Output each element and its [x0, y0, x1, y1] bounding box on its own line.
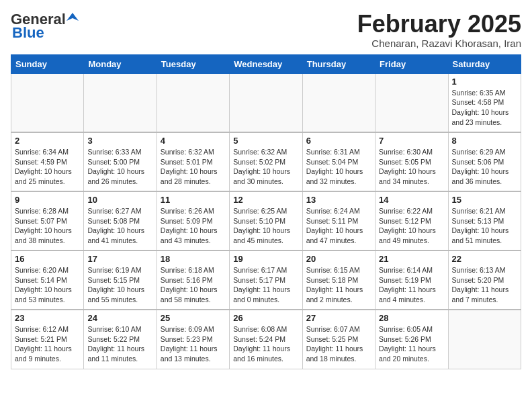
calendar-cell: 23Sunrise: 6:12 AM Sunset: 5:21 PM Dayli… — [11, 310, 84, 369]
day-info: Sunrise: 6:22 AM Sunset: 5:12 PM Dayligh… — [379, 206, 444, 246]
day-number: 27 — [306, 313, 371, 323]
calendar-cell: 24Sunrise: 6:10 AM Sunset: 5:22 PM Dayli… — [84, 310, 157, 369]
day-number: 20 — [306, 254, 371, 264]
calendar-cell — [302, 73, 375, 132]
calendar-week-row-2: 9Sunrise: 6:28 AM Sunset: 5:07 PM Daylig… — [11, 191, 521, 250]
calendar-cell: 4Sunrise: 6:32 AM Sunset: 5:01 PM Daylig… — [157, 132, 229, 191]
day-info: Sunrise: 6:25 AM Sunset: 5:10 PM Dayligh… — [233, 206, 298, 246]
logo-bird-icon — [66, 11, 79, 24]
calendar-header-row: Sunday Monday Tuesday Wednesday Thursday… — [11, 54, 521, 73]
calendar-cell: 17Sunrise: 6:19 AM Sunset: 5:15 PM Dayli… — [84, 250, 157, 310]
calendar-cell: 28Sunrise: 6:05 AM Sunset: 5:26 PM Dayli… — [375, 310, 448, 369]
col-friday: Friday — [375, 54, 448, 73]
calendar-cell: 20Sunrise: 6:15 AM Sunset: 5:18 PM Dayli… — [302, 250, 375, 310]
calendar-cell: 5Sunrise: 6:32 AM Sunset: 5:02 PM Daylig… — [230, 132, 302, 191]
day-number: 25 — [161, 313, 226, 323]
calendar-cell: 14Sunrise: 6:22 AM Sunset: 5:12 PM Dayli… — [375, 191, 448, 250]
col-sunday: Sunday — [11, 54, 84, 73]
calendar-cell — [448, 310, 521, 369]
calendar-week-row-0: 1Sunrise: 6:35 AM Sunset: 4:58 PM Daylig… — [11, 73, 521, 132]
day-number: 16 — [15, 254, 80, 264]
day-number: 3 — [87, 136, 152, 146]
day-number: 15 — [452, 195, 517, 205]
calendar-cell: 8Sunrise: 6:29 AM Sunset: 5:06 PM Daylig… — [448, 132, 521, 191]
day-info: Sunrise: 6:13 AM Sunset: 5:20 PM Dayligh… — [452, 265, 517, 305]
day-info: Sunrise: 6:27 AM Sunset: 5:08 PM Dayligh… — [87, 206, 152, 246]
calendar-cell: 7Sunrise: 6:30 AM Sunset: 5:05 PM Daylig… — [375, 132, 448, 191]
day-number: 13 — [306, 195, 371, 205]
day-number: 14 — [379, 195, 444, 205]
day-info: Sunrise: 6:31 AM Sunset: 5:04 PM Dayligh… — [306, 147, 371, 187]
calendar-cell: 15Sunrise: 6:21 AM Sunset: 5:13 PM Dayli… — [448, 191, 521, 250]
day-number: 9 — [15, 195, 80, 205]
day-info: Sunrise: 6:35 AM Sunset: 4:58 PM Dayligh… — [452, 88, 517, 128]
calendar-cell — [230, 73, 302, 132]
calendar-cell: 2Sunrise: 6:34 AM Sunset: 4:59 PM Daylig… — [11, 132, 84, 191]
day-number: 6 — [306, 136, 371, 146]
col-thursday: Thursday — [302, 54, 375, 73]
day-info: Sunrise: 6:08 AM Sunset: 5:24 PM Dayligh… — [233, 324, 298, 364]
day-info: Sunrise: 6:34 AM Sunset: 4:59 PM Dayligh… — [15, 147, 80, 187]
day-info: Sunrise: 6:19 AM Sunset: 5:15 PM Dayligh… — [87, 265, 152, 305]
calendar-table: Sunday Monday Tuesday Wednesday Thursday… — [11, 54, 521, 369]
calendar-cell: 22Sunrise: 6:13 AM Sunset: 5:20 PM Dayli… — [448, 250, 521, 310]
page-header: General Blue February 2025 Chenaran, Raz… — [11, 11, 521, 49]
calendar-cell: 11Sunrise: 6:26 AM Sunset: 5:09 PM Dayli… — [157, 191, 229, 250]
logo: General Blue — [11, 11, 79, 42]
col-monday: Monday — [84, 54, 157, 73]
day-number: 23 — [15, 313, 80, 323]
day-info: Sunrise: 6:18 AM Sunset: 5:16 PM Dayligh… — [161, 265, 226, 305]
day-number: 17 — [87, 254, 152, 264]
month-title: February 2025 — [357, 11, 521, 38]
calendar-cell: 1Sunrise: 6:35 AM Sunset: 4:58 PM Daylig… — [448, 73, 521, 132]
day-number: 2 — [15, 136, 80, 146]
svg-marker-0 — [66, 13, 79, 21]
logo-blue-text: Blue — [12, 24, 44, 42]
day-number: 1 — [452, 77, 517, 87]
calendar-cell: 16Sunrise: 6:20 AM Sunset: 5:14 PM Dayli… — [11, 250, 84, 310]
calendar-cell: 18Sunrise: 6:18 AM Sunset: 5:16 PM Dayli… — [157, 250, 229, 310]
calendar-cell: 9Sunrise: 6:28 AM Sunset: 5:07 PM Daylig… — [11, 191, 84, 250]
day-info: Sunrise: 6:30 AM Sunset: 5:05 PM Dayligh… — [379, 147, 444, 187]
calendar-cell: 3Sunrise: 6:33 AM Sunset: 5:00 PM Daylig… — [84, 132, 157, 191]
day-number: 12 — [233, 195, 298, 205]
day-number: 5 — [233, 136, 298, 146]
calendar-cell: 27Sunrise: 6:07 AM Sunset: 5:25 PM Dayli… — [302, 310, 375, 369]
calendar-cell: 6Sunrise: 6:31 AM Sunset: 5:04 PM Daylig… — [302, 132, 375, 191]
calendar-cell — [84, 73, 157, 132]
day-info: Sunrise: 6:07 AM Sunset: 5:25 PM Dayligh… — [306, 324, 371, 364]
location-subtitle: Chenaran, Razavi Khorasan, Iran — [357, 38, 521, 49]
calendar-week-row-1: 2Sunrise: 6:34 AM Sunset: 4:59 PM Daylig… — [11, 132, 521, 191]
day-number: 19 — [233, 254, 298, 264]
day-number: 4 — [161, 136, 226, 146]
day-info: Sunrise: 6:20 AM Sunset: 5:14 PM Dayligh… — [15, 265, 80, 305]
calendar-cell: 21Sunrise: 6:14 AM Sunset: 5:19 PM Dayli… — [375, 250, 448, 310]
col-tuesday: Tuesday — [157, 54, 229, 73]
day-info: Sunrise: 6:32 AM Sunset: 5:02 PM Dayligh… — [233, 147, 298, 187]
day-info: Sunrise: 6:12 AM Sunset: 5:21 PM Dayligh… — [15, 324, 80, 364]
calendar-cell — [157, 73, 229, 132]
day-number: 28 — [379, 313, 444, 323]
day-info: Sunrise: 6:28 AM Sunset: 5:07 PM Dayligh… — [15, 206, 80, 246]
day-info: Sunrise: 6:14 AM Sunset: 5:19 PM Dayligh… — [379, 265, 444, 305]
day-info: Sunrise: 6:10 AM Sunset: 5:22 PM Dayligh… — [87, 324, 152, 364]
day-info: Sunrise: 6:05 AM Sunset: 5:26 PM Dayligh… — [379, 324, 444, 364]
day-info: Sunrise: 6:32 AM Sunset: 5:01 PM Dayligh… — [161, 147, 226, 187]
day-number: 18 — [161, 254, 226, 264]
day-info: Sunrise: 6:09 AM Sunset: 5:23 PM Dayligh… — [161, 324, 226, 364]
day-number: 22 — [452, 254, 517, 264]
day-info: Sunrise: 6:17 AM Sunset: 5:17 PM Dayligh… — [233, 265, 298, 305]
day-number: 24 — [87, 313, 152, 323]
calendar-week-row-4: 23Sunrise: 6:12 AM Sunset: 5:21 PM Dayli… — [11, 310, 521, 369]
calendar-cell: 12Sunrise: 6:25 AM Sunset: 5:10 PM Dayli… — [230, 191, 302, 250]
day-info: Sunrise: 6:26 AM Sunset: 5:09 PM Dayligh… — [161, 206, 226, 246]
day-info: Sunrise: 6:29 AM Sunset: 5:06 PM Dayligh… — [452, 147, 517, 187]
day-number: 10 — [87, 195, 152, 205]
day-number: 26 — [233, 313, 298, 323]
calendar-cell: 19Sunrise: 6:17 AM Sunset: 5:17 PM Dayli… — [230, 250, 302, 310]
col-saturday: Saturday — [448, 54, 521, 73]
day-number: 21 — [379, 254, 444, 264]
calendar-cell: 10Sunrise: 6:27 AM Sunset: 5:08 PM Dayli… — [84, 191, 157, 250]
day-info: Sunrise: 6:24 AM Sunset: 5:11 PM Dayligh… — [306, 206, 371, 246]
title-block: February 2025 Chenaran, Razavi Khorasan,… — [357, 11, 521, 49]
